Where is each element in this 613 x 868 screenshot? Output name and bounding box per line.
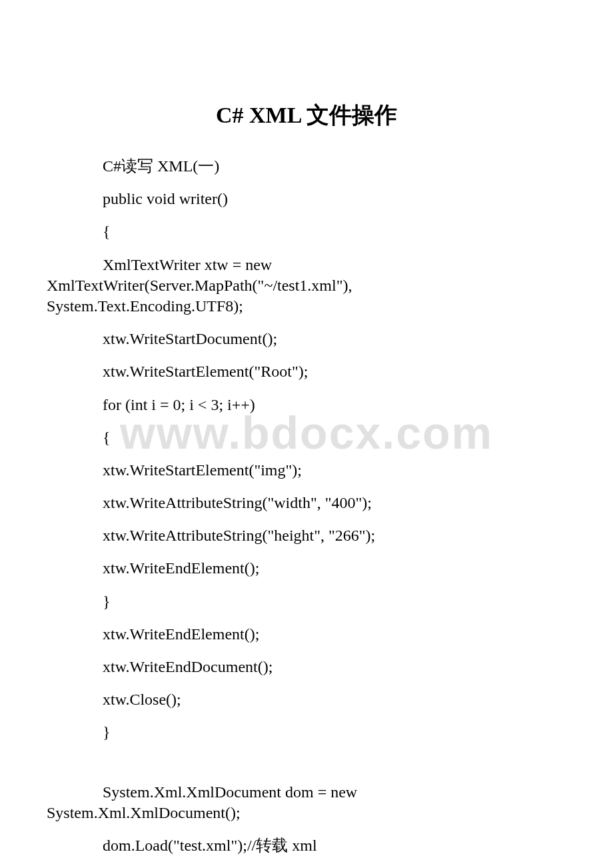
code-line: xtw.Close(); [47,689,566,710]
code-line: for (int i = 0; i < 3; i++) [47,395,566,415]
code-text: System.Xml.XmlDocument(); [47,803,566,823]
code-line: public void writer() [47,189,566,209]
document-title: C# XML 文件操作 [47,100,566,131]
code-line: dom.Load("test.xml");//转载 xml [47,835,566,856]
code-line: xtw.WriteStartElement("img"); [47,460,566,481]
code-line: System.Xml.XmlDocument dom = new System.… [47,782,566,823]
code-line: xtw.WriteStartDocument(); [47,329,566,349]
code-line: xtw.WriteEndElement(); [47,558,566,579]
code-line: } [47,722,566,743]
code-line: { [47,221,566,242]
code-text: System.Xml.XmlDocument dom = new [103,783,357,801]
code-line: xtw.WriteAttributeString("width", "400")… [47,493,566,513]
code-line: xtw.WriteEndElement(); [47,624,566,645]
code-line: xtw.WriteAttributeString("height", "266"… [47,525,566,546]
code-text: System.Text.Encoding.UTF8); [47,296,566,317]
blank-line [47,755,566,782]
document-body: C# XML 文件操作 C#读写 XML(一) public void writ… [47,100,566,868]
code-line: } [47,591,566,612]
code-line: { [47,427,566,448]
code-line: xtw.WriteEndDocument(); [47,657,566,677]
code-text: XmlTextWriter xtw = new [103,256,272,273]
code-text: XmlTextWriter(Server.MapPath("~/test1.xm… [47,275,566,296]
code-line: XmlTextWriter xtw = new XmlTextWriter(Se… [47,255,566,317]
code-line: C#读写 XML(一) [47,156,566,177]
code-line: xtw.WriteStartElement("Root"); [47,361,566,382]
